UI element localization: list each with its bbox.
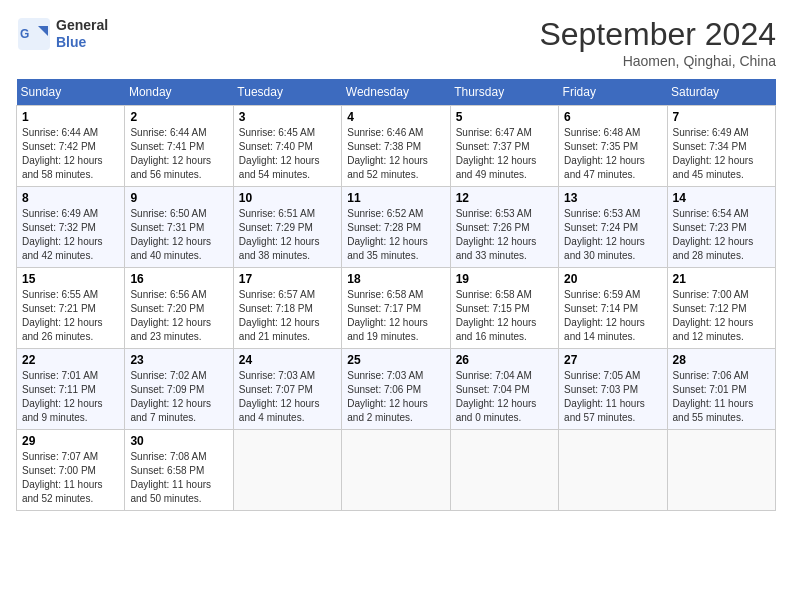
- day-number: 24: [239, 353, 336, 367]
- day-info: Sunrise: 6:51 AM Sunset: 7:29 PM Dayligh…: [239, 207, 336, 263]
- day-number: 20: [564, 272, 661, 286]
- day-info: Sunrise: 7:08 AM Sunset: 6:58 PM Dayligh…: [130, 450, 227, 506]
- table-row: 29Sunrise: 7:07 AM Sunset: 7:00 PM Dayli…: [17, 430, 125, 511]
- table-row: [233, 430, 341, 511]
- table-row: [559, 430, 667, 511]
- table-row: 28Sunrise: 7:06 AM Sunset: 7:01 PM Dayli…: [667, 349, 775, 430]
- table-row: 8Sunrise: 6:49 AM Sunset: 7:32 PM Daylig…: [17, 187, 125, 268]
- day-number: 21: [673, 272, 770, 286]
- day-number: 17: [239, 272, 336, 286]
- title-block: September 2024 Haomen, Qinghai, China: [539, 16, 776, 69]
- day-info: Sunrise: 6:45 AM Sunset: 7:40 PM Dayligh…: [239, 126, 336, 182]
- day-info: Sunrise: 6:47 AM Sunset: 7:37 PM Dayligh…: [456, 126, 553, 182]
- table-row: 9Sunrise: 6:50 AM Sunset: 7:31 PM Daylig…: [125, 187, 233, 268]
- day-number: 18: [347, 272, 444, 286]
- page-header: G General Blue September 2024 Haomen, Qi…: [16, 16, 776, 69]
- table-row: 6Sunrise: 6:48 AM Sunset: 7:35 PM Daylig…: [559, 106, 667, 187]
- col-friday: Friday: [559, 79, 667, 106]
- day-info: Sunrise: 7:03 AM Sunset: 7:06 PM Dayligh…: [347, 369, 444, 425]
- logo: G General Blue: [16, 16, 108, 52]
- day-info: Sunrise: 6:49 AM Sunset: 7:34 PM Dayligh…: [673, 126, 770, 182]
- table-row: 19Sunrise: 6:58 AM Sunset: 7:15 PM Dayli…: [450, 268, 558, 349]
- col-monday: Monday: [125, 79, 233, 106]
- logo-line2: Blue: [56, 34, 108, 51]
- table-row: 16Sunrise: 6:56 AM Sunset: 7:20 PM Dayli…: [125, 268, 233, 349]
- day-number: 8: [22, 191, 119, 205]
- table-row: 23Sunrise: 7:02 AM Sunset: 7:09 PM Dayli…: [125, 349, 233, 430]
- table-row: 21Sunrise: 7:00 AM Sunset: 7:12 PM Dayli…: [667, 268, 775, 349]
- day-info: Sunrise: 7:03 AM Sunset: 7:07 PM Dayligh…: [239, 369, 336, 425]
- day-info: Sunrise: 7:04 AM Sunset: 7:04 PM Dayligh…: [456, 369, 553, 425]
- table-row: 7Sunrise: 6:49 AM Sunset: 7:34 PM Daylig…: [667, 106, 775, 187]
- table-row: 24Sunrise: 7:03 AM Sunset: 7:07 PM Dayli…: [233, 349, 341, 430]
- day-info: Sunrise: 7:05 AM Sunset: 7:03 PM Dayligh…: [564, 369, 661, 425]
- day-number: 26: [456, 353, 553, 367]
- table-row: 27Sunrise: 7:05 AM Sunset: 7:03 PM Dayli…: [559, 349, 667, 430]
- day-number: 5: [456, 110, 553, 124]
- day-info: Sunrise: 7:02 AM Sunset: 7:09 PM Dayligh…: [130, 369, 227, 425]
- day-info: Sunrise: 6:57 AM Sunset: 7:18 PM Dayligh…: [239, 288, 336, 344]
- day-info: Sunrise: 6:59 AM Sunset: 7:14 PM Dayligh…: [564, 288, 661, 344]
- day-info: Sunrise: 6:54 AM Sunset: 7:23 PM Dayligh…: [673, 207, 770, 263]
- day-number: 9: [130, 191, 227, 205]
- table-row: 25Sunrise: 7:03 AM Sunset: 7:06 PM Dayli…: [342, 349, 450, 430]
- day-number: 19: [456, 272, 553, 286]
- day-info: Sunrise: 7:01 AM Sunset: 7:11 PM Dayligh…: [22, 369, 119, 425]
- calendar-header-row: Sunday Monday Tuesday Wednesday Thursday…: [17, 79, 776, 106]
- day-number: 23: [130, 353, 227, 367]
- table-row: [667, 430, 775, 511]
- table-row: 15Sunrise: 6:55 AM Sunset: 7:21 PM Dayli…: [17, 268, 125, 349]
- calendar-row: 22Sunrise: 7:01 AM Sunset: 7:11 PM Dayli…: [17, 349, 776, 430]
- day-info: Sunrise: 7:06 AM Sunset: 7:01 PM Dayligh…: [673, 369, 770, 425]
- table-row: 10Sunrise: 6:51 AM Sunset: 7:29 PM Dayli…: [233, 187, 341, 268]
- day-number: 13: [564, 191, 661, 205]
- col-sunday: Sunday: [17, 79, 125, 106]
- location-title: Haomen, Qinghai, China: [539, 53, 776, 69]
- calendar-table: Sunday Monday Tuesday Wednesday Thursday…: [16, 79, 776, 511]
- table-row: 22Sunrise: 7:01 AM Sunset: 7:11 PM Dayli…: [17, 349, 125, 430]
- logo-line1: General: [56, 17, 108, 34]
- day-info: Sunrise: 6:55 AM Sunset: 7:21 PM Dayligh…: [22, 288, 119, 344]
- day-number: 6: [564, 110, 661, 124]
- day-number: 30: [130, 434, 227, 448]
- day-number: 12: [456, 191, 553, 205]
- table-row: 30Sunrise: 7:08 AM Sunset: 6:58 PM Dayli…: [125, 430, 233, 511]
- day-number: 28: [673, 353, 770, 367]
- day-info: Sunrise: 6:52 AM Sunset: 7:28 PM Dayligh…: [347, 207, 444, 263]
- table-row: 17Sunrise: 6:57 AM Sunset: 7:18 PM Dayli…: [233, 268, 341, 349]
- col-wednesday: Wednesday: [342, 79, 450, 106]
- day-info: Sunrise: 6:53 AM Sunset: 7:26 PM Dayligh…: [456, 207, 553, 263]
- calendar-row: 29Sunrise: 7:07 AM Sunset: 7:00 PM Dayli…: [17, 430, 776, 511]
- day-number: 15: [22, 272, 119, 286]
- day-info: Sunrise: 6:46 AM Sunset: 7:38 PM Dayligh…: [347, 126, 444, 182]
- day-number: 7: [673, 110, 770, 124]
- table-row: 1Sunrise: 6:44 AM Sunset: 7:42 PM Daylig…: [17, 106, 125, 187]
- table-row: 13Sunrise: 6:53 AM Sunset: 7:24 PM Dayli…: [559, 187, 667, 268]
- day-info: Sunrise: 6:58 AM Sunset: 7:15 PM Dayligh…: [456, 288, 553, 344]
- table-row: [342, 430, 450, 511]
- table-row: 4Sunrise: 6:46 AM Sunset: 7:38 PM Daylig…: [342, 106, 450, 187]
- day-info: Sunrise: 7:00 AM Sunset: 7:12 PM Dayligh…: [673, 288, 770, 344]
- table-row: 20Sunrise: 6:59 AM Sunset: 7:14 PM Dayli…: [559, 268, 667, 349]
- day-info: Sunrise: 6:44 AM Sunset: 7:42 PM Dayligh…: [22, 126, 119, 182]
- day-number: 10: [239, 191, 336, 205]
- calendar-row: 15Sunrise: 6:55 AM Sunset: 7:21 PM Dayli…: [17, 268, 776, 349]
- calendar-row: 1Sunrise: 6:44 AM Sunset: 7:42 PM Daylig…: [17, 106, 776, 187]
- table-row: 2Sunrise: 6:44 AM Sunset: 7:41 PM Daylig…: [125, 106, 233, 187]
- logo-icon: G: [16, 16, 52, 52]
- day-info: Sunrise: 6:49 AM Sunset: 7:32 PM Dayligh…: [22, 207, 119, 263]
- table-row: 11Sunrise: 6:52 AM Sunset: 7:28 PM Dayli…: [342, 187, 450, 268]
- day-number: 3: [239, 110, 336, 124]
- day-number: 11: [347, 191, 444, 205]
- svg-text:G: G: [20, 27, 29, 41]
- day-number: 22: [22, 353, 119, 367]
- table-row: 5Sunrise: 6:47 AM Sunset: 7:37 PM Daylig…: [450, 106, 558, 187]
- day-number: 1: [22, 110, 119, 124]
- day-info: Sunrise: 6:50 AM Sunset: 7:31 PM Dayligh…: [130, 207, 227, 263]
- table-row: 12Sunrise: 6:53 AM Sunset: 7:26 PM Dayli…: [450, 187, 558, 268]
- col-thursday: Thursday: [450, 79, 558, 106]
- calendar-row: 8Sunrise: 6:49 AM Sunset: 7:32 PM Daylig…: [17, 187, 776, 268]
- day-number: 4: [347, 110, 444, 124]
- day-info: Sunrise: 6:44 AM Sunset: 7:41 PM Dayligh…: [130, 126, 227, 182]
- day-number: 29: [22, 434, 119, 448]
